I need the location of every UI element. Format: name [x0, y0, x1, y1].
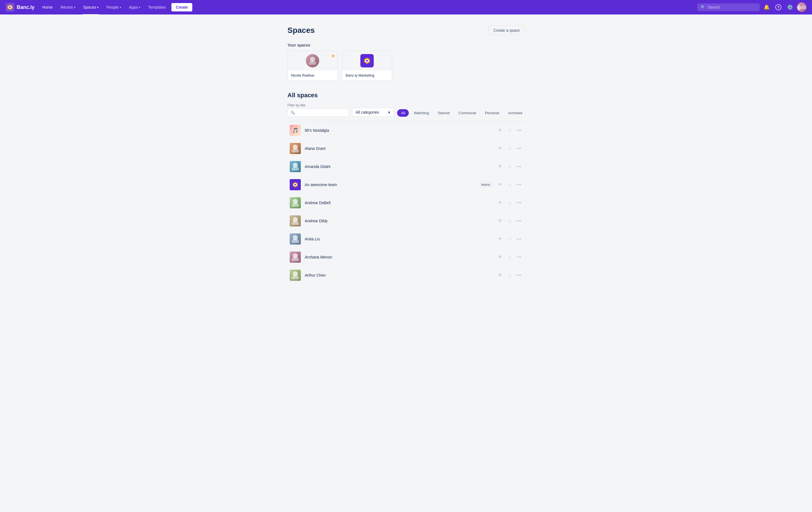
filter-group: Filter by title 🔍 — [287, 103, 349, 117]
nav-apps[interactable]: Apps ▾ — [125, 3, 144, 11]
settings-button[interactable]: ⚙️ — [785, 2, 795, 12]
watch-icon[interactable]: 👁 — [497, 163, 503, 170]
nav-recent[interactable]: Recent ▾ — [57, 3, 79, 11]
space-name: Amanda Gitahi — [305, 164, 493, 169]
tab-communal[interactable]: Communal — [455, 109, 480, 117]
list-item[interactable]: An awesome team teams 👁 ☆ ••• — [287, 176, 525, 194]
tab-personal[interactable]: Personal — [481, 109, 503, 117]
star-icon[interactable]: ☆ — [506, 145, 513, 152]
filter-left: Filter by title 🔍 All categories ▾ — [287, 103, 394, 117]
tab-starred[interactable]: Starred — [434, 109, 454, 117]
create-space-button[interactable]: Create a space — [489, 26, 525, 35]
watch-icon[interactable]: 👁 — [497, 236, 503, 242]
space-card-top — [342, 51, 392, 71]
filter-row: Filter by title 🔍 All categories ▾ All W… — [287, 103, 525, 117]
avatar-image — [290, 234, 301, 245]
all-spaces-section: All spaces Filter by title 🔍 All categor… — [287, 92, 525, 285]
user-avatar[interactable] — [797, 2, 806, 12]
space-actions: 👁 ☆ ••• — [497, 181, 522, 188]
space-list: 🎵 90's Nostalgia 👁 ☆ ••• Alana Grant — [287, 121, 525, 285]
space-actions: 👁 ☆ ••• — [497, 218, 522, 224]
list-item[interactable]: Arthur Chen 👁 ☆ ••• — [287, 266, 525, 285]
active-underline — [83, 14, 99, 15]
avatar-image — [306, 54, 319, 68]
avatar-image: 🎵 — [290, 125, 301, 136]
watch-icon[interactable]: 👁 — [497, 272, 503, 278]
search-input[interactable] — [708, 5, 756, 9]
more-icon[interactable]: ••• — [516, 127, 522, 134]
watch-icon[interactable]: 👁 — [497, 218, 503, 224]
nav-people[interactable]: People ▾ — [103, 3, 124, 11]
watch-icon[interactable]: 👁 — [497, 127, 503, 134]
space-actions: 👁 ☆ ••• — [497, 272, 522, 278]
list-item[interactable]: Alana Grant 👁 ☆ ••• — [287, 140, 525, 158]
star-icon[interactable]: ☆ — [506, 236, 513, 242]
list-item[interactable]: 🎵 90's Nostalgia 👁 ☆ ••• — [287, 122, 525, 140]
watch-icon[interactable]: 👁 — [497, 181, 503, 188]
nav-spaces[interactable]: Spaces ▾ — [80, 3, 102, 11]
avatar-image — [290, 197, 301, 208]
star-icon[interactable]: ☆ — [506, 163, 513, 170]
tab-all[interactable]: All — [397, 109, 409, 117]
space-actions: 👁 ☆ ••• — [497, 163, 522, 170]
space-actions: 👁 ☆ ••• — [497, 199, 522, 206]
more-icon[interactable]: ••• — [516, 272, 522, 278]
space-actions: 👁 ☆ ••• — [497, 127, 522, 134]
more-icon[interactable]: ••• — [516, 254, 522, 261]
more-icon[interactable]: ••• — [516, 181, 522, 188]
watch-icon[interactable]: 👁 — [497, 254, 503, 261]
your-spaces-grid: ★ Nicole Radlow — [287, 51, 525, 81]
space-actions: 👁 ☆ ••• — [497, 145, 522, 152]
chevron-down-icon: ▾ — [120, 6, 121, 9]
tab-archived[interactable]: Archived — [504, 109, 526, 117]
main-content: Spaces Create a space Your spaces — [281, 15, 531, 296]
more-icon[interactable]: ••• — [516, 163, 522, 170]
your-spaces-section: Your spaces ★ Nicole — [287, 43, 525, 81]
star-icon[interactable]: ☆ — [506, 181, 513, 188]
search-bar[interactable]: 🔍 — [697, 3, 760, 11]
space-name: Anita Liu — [305, 237, 493, 241]
watch-icon[interactable]: 👁 — [497, 199, 503, 206]
space-avatar — [290, 234, 301, 245]
list-item[interactable]: Archana Menon 👁 ☆ ••• — [287, 248, 525, 266]
list-item[interactable]: Amanda Gitahi 👁 ☆ ••• — [287, 158, 525, 176]
filter-input[interactable] — [297, 110, 346, 115]
star-icon[interactable]: ☆ — [506, 254, 513, 261]
avatar-image — [290, 179, 301, 190]
star-icon[interactable]: ☆ — [506, 127, 513, 134]
create-button[interactable]: Create — [171, 3, 193, 11]
space-avatar — [290, 143, 301, 154]
nav-home[interactable]: Home — [39, 3, 56, 11]
space-card-bottom: Nicole Radlow — [288, 71, 337, 80]
more-icon[interactable]: ••• — [516, 145, 522, 152]
space-avatar — [290, 270, 301, 281]
list-item[interactable]: Andrew DeBell 👁 ☆ ••• — [287, 194, 525, 212]
more-icon[interactable]: ••• — [516, 218, 522, 224]
tab-watching[interactable]: Watching — [410, 109, 433, 117]
chevron-down-icon: ▾ — [97, 6, 98, 9]
notifications-button[interactable]: 🔔 — [762, 2, 772, 12]
category-select[interactable]: All categories ▾ — [352, 108, 394, 117]
space-card-nicole[interactable]: ★ Nicole Radlow — [287, 51, 338, 81]
watch-icon[interactable]: 👁 — [497, 145, 503, 152]
space-card-bancly[interactable]: Banc.ly Marketing — [342, 51, 392, 81]
more-icon[interactable]: ••• — [516, 199, 522, 206]
star-icon[interactable]: ☆ — [506, 199, 513, 206]
star-icon[interactable]: ☆ — [506, 218, 513, 224]
space-name: Andrew DeBell — [305, 200, 493, 205]
more-icon[interactable]: ••• — [516, 236, 522, 242]
bell-icon: 🔔 — [763, 4, 770, 10]
help-button[interactable]: ? — [774, 2, 783, 12]
space-avatar: 🎵 — [290, 125, 301, 136]
star-icon[interactable]: ☆ — [506, 272, 513, 278]
nav-templates[interactable]: Templates — [145, 3, 169, 11]
app-logo[interactable]: Banc.ly — [6, 3, 34, 12]
search-icon: 🔍 — [701, 5, 705, 9]
list-item[interactable]: Andrew Dildy 👁 ☆ ••• — [287, 212, 525, 230]
space-name: Andrew Dildy — [305, 219, 493, 223]
list-item[interactable]: Anita Liu 👁 ☆ ••• — [287, 230, 525, 248]
filter-label: Filter by title — [287, 103, 349, 107]
space-name: Nicole Radlow — [291, 73, 334, 77]
space-name: Banc.ly Marketing — [346, 73, 388, 77]
avatar-image — [797, 2, 806, 12]
